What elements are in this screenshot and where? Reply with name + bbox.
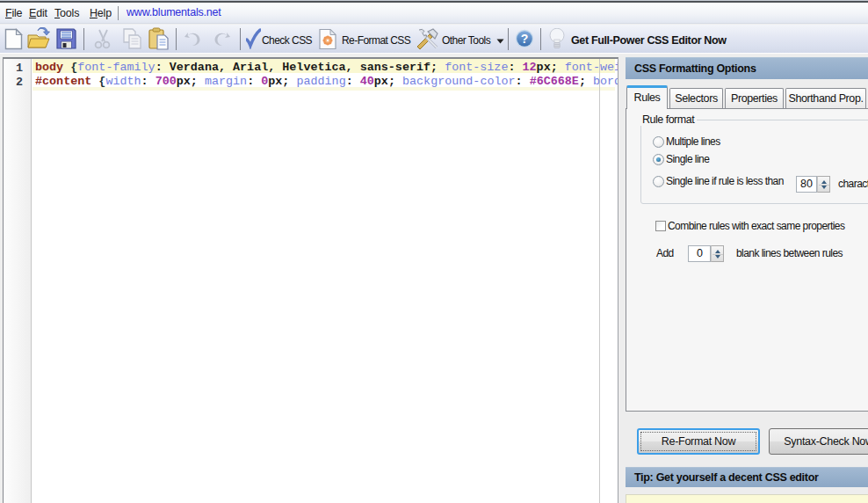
svg-text:?: ? (521, 32, 529, 46)
